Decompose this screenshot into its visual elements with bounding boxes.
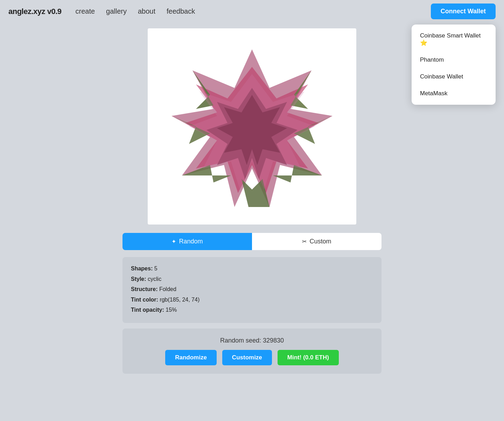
seed-text: Random seed: 329830 [220, 337, 284, 344]
info-box: Shapes: 5 Style: cyclic Structure: Folde… [122, 257, 382, 323]
logo: anglez.xyz v0.9 [8, 7, 61, 16]
wallet-option-metamask[interactable]: MetaMask [412, 85, 496, 102]
connect-wallet-button[interactable]: Connect Wallet [431, 4, 496, 19]
seed-actions: Randomize Customize Mint! (0.0 ETH) [165, 350, 339, 365]
structure-line: Structure: Folded [131, 285, 373, 294]
style-line: Style: cyclic [131, 275, 373, 284]
tab-random[interactable]: ✦ Random [122, 233, 252, 250]
randomize-button[interactable]: Randomize [165, 350, 217, 365]
nav-item-gallery[interactable]: gallery [106, 7, 127, 15]
tab-custom[interactable]: ✂ Custom [252, 233, 382, 250]
scissors-icon: ✂ [302, 238, 307, 245]
nav-item-create[interactable]: create [75, 7, 95, 15]
tint-opacity-line: Tint opacity: 15% [131, 305, 373, 315]
sparkle-icon: ✦ [172, 238, 176, 245]
nav-item-about[interactable]: about [138, 7, 155, 15]
wallet-option-coinbase[interactable]: Coinbase Wallet [412, 68, 496, 85]
wallet-option-coinbase-smart[interactable]: Coinbase Smart Wallet ⭐ [412, 27, 496, 51]
wallet-dropdown: Coinbase Smart Wallet ⭐ Phantom Coinbase… [412, 25, 496, 105]
nav-item-feedback[interactable]: feedback [167, 7, 195, 15]
seed-box: Random seed: 329830 Randomize Customize … [122, 329, 382, 374]
mint-button[interactable]: Mint! (0.0 ETH) [278, 350, 339, 365]
shape-svg [161, 39, 343, 214]
shape-canvas [148, 28, 356, 225]
tabs-container: ✦ Random ✂ Custom [122, 233, 382, 250]
customize-button[interactable]: Customize [222, 350, 272, 365]
header: anglez.xyz v0.9 create gallery about fee… [0, 0, 504, 23]
tint-color-line: Tint color: rgb(185, 24, 74) [131, 295, 373, 304]
nav: create gallery about feedback [75, 7, 430, 15]
wallet-option-phantom[interactable]: Phantom [412, 51, 496, 68]
shapes-line: Shapes: 5 [131, 264, 373, 273]
